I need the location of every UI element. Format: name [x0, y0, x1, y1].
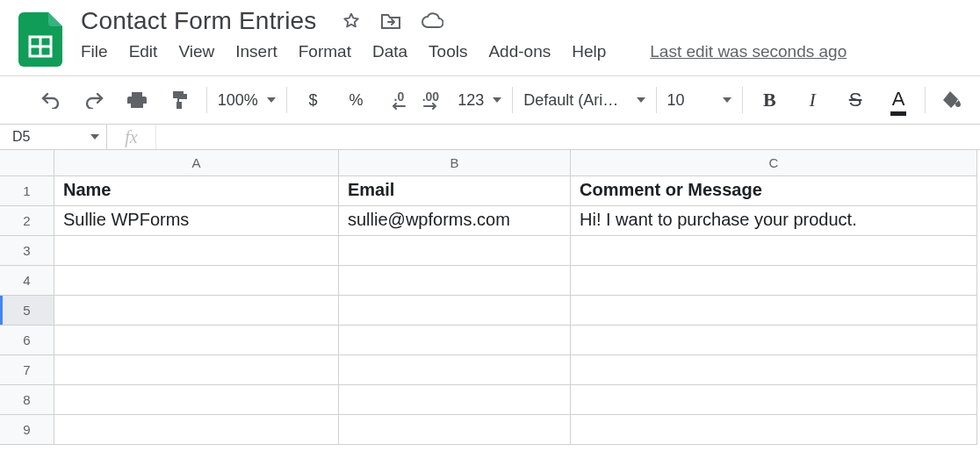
move-icon[interactable]	[380, 11, 401, 31]
cell[interactable]	[571, 385, 977, 415]
menu-edit[interactable]: Edit	[129, 42, 158, 61]
table-row: NameEmailComment or Message	[54, 176, 977, 206]
row-header[interactable]: 9	[0, 415, 54, 445]
fill-color-button[interactable]	[936, 84, 968, 116]
cell[interactable]: Comment or Message	[571, 176, 977, 206]
caret-down-icon	[723, 97, 731, 103]
title-area: Contact Form Entries File Edit View Inse…	[0, 0, 980, 67]
zoom-value: 100%	[218, 91, 258, 110]
separator	[206, 87, 207, 113]
name-box[interactable]	[0, 125, 107, 149]
cell[interactable]	[339, 266, 571, 296]
menu-view[interactable]: View	[178, 42, 214, 61]
cell[interactable]	[571, 415, 977, 445]
cell[interactable]	[339, 326, 571, 355]
table-row	[54, 415, 977, 445]
select-all-corner[interactable]	[0, 150, 54, 176]
column-header[interactable]: B	[339, 150, 571, 176]
cell[interactable]	[54, 266, 339, 296]
formula-row: fx	[0, 124, 980, 150]
text-color-button[interactable]: A	[883, 84, 914, 116]
cell[interactable]	[339, 296, 571, 326]
cell[interactable]	[54, 326, 339, 355]
star-icon[interactable]	[342, 11, 361, 31]
row-header[interactable]: 1	[0, 176, 54, 206]
paint-format-button[interactable]	[164, 84, 196, 116]
app-icon-wrap	[0, 7, 81, 67]
row-header[interactable]: 5	[0, 296, 54, 326]
undo-button[interactable]	[35, 84, 67, 116]
menu-addons[interactable]: Add-ons	[488, 42, 551, 61]
row-header[interactable]: 4	[0, 266, 54, 296]
caret-down-icon	[493, 97, 501, 103]
table-row	[54, 236, 977, 266]
menu-tools[interactable]: Tools	[429, 42, 467, 61]
cell[interactable]	[54, 385, 339, 415]
print-button[interactable]	[121, 84, 153, 116]
cell[interactable]: Name	[54, 176, 339, 206]
row-header[interactable]: 6	[0, 326, 54, 355]
cell[interactable]	[54, 296, 339, 326]
menu-file[interactable]: File	[81, 42, 108, 61]
cell[interactable]: Email	[339, 176, 571, 206]
caret-down-icon	[267, 97, 276, 103]
separator	[286, 87, 287, 113]
decrease-decimal-button[interactable]: .0	[383, 84, 414, 116]
cell[interactable]	[339, 385, 571, 415]
font-size-value: 10	[667, 91, 685, 110]
format-currency-button[interactable]: $	[298, 84, 329, 116]
redo-button[interactable]	[78, 84, 110, 116]
row-header[interactable]: 8	[0, 385, 54, 415]
cloud-status-icon[interactable]	[421, 12, 443, 30]
separator	[742, 87, 743, 113]
title-block: Contact Form Entries File Edit View Inse…	[81, 7, 980, 61]
last-edit-link[interactable]: Last edit was seconds ago	[650, 42, 847, 61]
cell[interactable]	[339, 415, 571, 445]
increase-decimal-button[interactable]: .00	[414, 84, 446, 116]
cell[interactable]: sullie@wpforms.com	[339, 206, 571, 236]
number-format-dropdown[interactable]: 123	[458, 91, 501, 110]
menu-data[interactable]: Data	[372, 42, 407, 61]
menu-insert[interactable]: Insert	[235, 42, 277, 61]
font-size-dropdown[interactable]: 10	[667, 91, 732, 110]
font-dropdown[interactable]: Default (Ari…	[523, 91, 645, 110]
sheets-app-icon[interactable]	[18, 12, 62, 67]
cell[interactable]: Hi! I want to purchase your product.	[571, 206, 977, 236]
separator	[512, 87, 513, 113]
spreadsheet-grid[interactable]: ABC 123456789 NameEmailComment or Messag…	[0, 150, 980, 445]
cell[interactable]	[571, 266, 977, 296]
table-row	[54, 266, 977, 296]
bold-button[interactable]: B	[753, 84, 785, 116]
column-header[interactable]: A	[54, 150, 339, 176]
fx-label: fx	[107, 125, 156, 149]
cell[interactable]	[54, 355, 339, 385]
cell[interactable]	[571, 355, 977, 385]
cell[interactable]	[571, 326, 977, 355]
name-box-input[interactable]	[11, 128, 63, 146]
row-header[interactable]: 2	[0, 206, 54, 236]
cell[interactable]	[54, 415, 339, 445]
row-header[interactable]: 7	[0, 355, 54, 385]
cell[interactable]	[339, 355, 571, 385]
cell[interactable]	[571, 236, 977, 266]
title-line: Contact Form Entries	[81, 7, 980, 35]
cell[interactable]	[339, 236, 571, 266]
separator	[925, 87, 926, 113]
zoom-dropdown[interactable]: 100%	[218, 91, 276, 110]
number-format-label: 123	[458, 91, 484, 110]
row-header[interactable]: 3	[0, 236, 54, 266]
column-header[interactable]: C	[571, 150, 977, 176]
document-title[interactable]: Contact Form Entries	[81, 7, 317, 35]
table-row	[54, 385, 977, 415]
table-row: Sullie WPFormssullie@wpforms.comHi! I wa…	[54, 206, 977, 236]
table-row	[54, 355, 977, 385]
cell[interactable]	[571, 296, 977, 326]
menu-format[interactable]: Format	[299, 42, 351, 61]
strikethrough-button[interactable]: S	[839, 84, 871, 116]
cell[interactable]	[54, 236, 339, 266]
italic-button[interactable]: I	[796, 84, 828, 116]
cell[interactable]: Sullie WPForms	[54, 206, 339, 236]
formula-bar-input[interactable]	[156, 125, 980, 149]
menu-help[interactable]: Help	[572, 42, 606, 61]
format-percent-button[interactable]: %	[341, 84, 372, 116]
